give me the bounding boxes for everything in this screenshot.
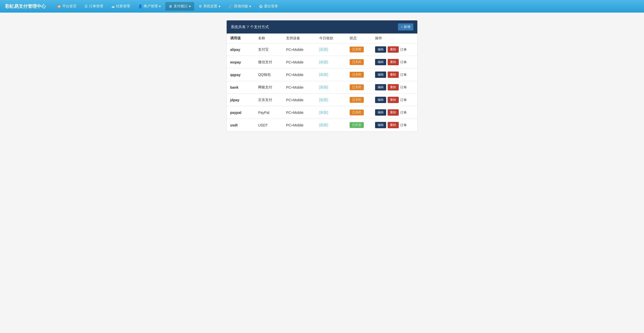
nav-link-orders[interactable]: ☰ 订单管理: [81, 2, 107, 11]
delete-button-1[interactable]: 删除: [388, 59, 399, 65]
cell-device-2: PC+Mobile: [283, 69, 315, 81]
navbar: 彩虹易支付管理中心 🏠 平台首页 ☰ 订单管理 ☁ 结算管理 👤 商户管理 ▾: [0, 0, 644, 13]
refresh-link-3[interactable]: [刷新]: [319, 85, 328, 89]
cell-today-6[interactable]: [刷新]: [316, 119, 346, 131]
delete-button-2[interactable]: 删除: [388, 72, 399, 78]
status-badge-1: 已关闭: [350, 59, 364, 65]
nav-item-other[interactable]: 🔗 其他功能 ▾: [225, 2, 255, 11]
delete-button-0[interactable]: 删除: [388, 46, 399, 53]
order-button-2[interactable]: 订单: [400, 73, 407, 77]
cell-status-6: 已开启: [346, 119, 372, 131]
payment-dropdown-icon: ▾: [189, 4, 191, 8]
delete-button-5[interactable]: 删除: [388, 109, 399, 116]
ops-group-6: 编辑 删除 订单: [375, 122, 414, 128]
refresh-link-4[interactable]: [刷新]: [319, 98, 328, 102]
nav-item-home[interactable]: 🏠 平台首页: [53, 2, 80, 11]
nav-link-payment[interactable]: 🖥 支付接口 ▾: [165, 2, 194, 11]
cell-ops-6: 编辑 删除 订单: [372, 119, 417, 131]
nav-label-other: 其他功能: [234, 4, 248, 9]
edit-button-4[interactable]: 编辑: [375, 97, 386, 103]
header-status: 状态: [346, 34, 372, 43]
cell-device-6: PC+Mobile: [283, 119, 315, 131]
refresh-link-5[interactable]: [刷新]: [319, 110, 328, 114]
cell-ops-0: 编辑 删除 订单: [372, 43, 417, 56]
nav-link-other[interactable]: 🔗 其他功能 ▾: [225, 2, 255, 11]
nav-item-logout[interactable]: ⏻ 退出登录: [256, 2, 281, 11]
other-dropdown-icon: ▾: [249, 4, 251, 8]
cell-status-0: 已关闭: [346, 43, 372, 56]
ops-group-0: 编辑 删除 订单: [375, 46, 414, 53]
ops-group-3: 编辑 删除 订单: [375, 84, 414, 90]
table-body: alipay 支付宝 PC+Mobile [刷新] 已关闭 编辑 删除 订单 w…: [227, 43, 417, 131]
cell-name-5: PayPal: [255, 106, 283, 119]
ops-group-4: 编辑 删除 订单: [375, 97, 414, 103]
cell-today-2[interactable]: [刷新]: [316, 69, 346, 81]
delete-button-3[interactable]: 删除: [388, 84, 399, 90]
nav-link-merchant[interactable]: 👤 商户管理 ▾: [135, 2, 164, 11]
nav-item-settings[interactable]: ⚙ 系统设置 ▾: [195, 2, 224, 11]
order-button-5[interactable]: 订单: [400, 110, 407, 115]
settlement-icon: ☁: [111, 4, 115, 8]
new-payment-button[interactable]: + 新增: [398, 23, 413, 30]
merchant-icon: 👤: [138, 4, 142, 8]
nav-link-settlement[interactable]: ☁ 结算管理: [108, 2, 134, 11]
cell-today-0[interactable]: [刷新]: [316, 43, 346, 56]
payment-methods-table: 调用值 名称 支持设备 今日收款 状态 操作 alipay 支付宝 PC+Mob…: [227, 34, 417, 131]
edit-button-2[interactable]: 编辑: [375, 72, 386, 78]
table-row: usdt USDT PC+Mobile [刷新] 已开启 编辑 删除 订单: [227, 119, 417, 131]
nav-link-logout[interactable]: ⏻ 退出登录: [256, 2, 281, 11]
edit-button-1[interactable]: 编辑: [375, 59, 386, 65]
cell-today-4[interactable]: [刷新]: [316, 94, 346, 106]
cell-today-1[interactable]: [刷新]: [316, 56, 346, 69]
cell-name-6: USDT: [255, 119, 283, 131]
order-button-3[interactable]: 订单: [400, 85, 407, 90]
delete-button-4[interactable]: 删除: [388, 97, 399, 103]
edit-button-6[interactable]: 编辑: [375, 122, 386, 128]
refresh-link-6[interactable]: [刷新]: [319, 123, 328, 127]
status-badge-3: 已关闭: [350, 84, 364, 90]
edit-button-0[interactable]: 编辑: [375, 46, 386, 53]
cell-key-2: qqpay: [227, 69, 255, 81]
cell-device-3: PC+Mobile: [283, 81, 315, 94]
status-badge-5: 已关闭: [350, 110, 364, 115]
payment-methods-card: 系统共有 7 个支付方式 + 新增 调用值 名称 支持设备 今日收款 状态 操作…: [226, 20, 418, 131]
order-button-4[interactable]: 订单: [400, 98, 407, 102]
card-header: 系统共有 7 个支付方式 + 新增: [227, 20, 417, 34]
ops-group-5: 编辑 删除 订单: [375, 109, 414, 116]
nav-label-logout: 退出登录: [264, 4, 278, 9]
nav-item-payment[interactable]: 🖥 支付接口 ▾: [165, 2, 194, 11]
cell-key-4: jdpay: [227, 94, 255, 106]
edit-button-5[interactable]: 编辑: [375, 109, 386, 116]
nav-link-home[interactable]: 🏠 平台首页: [53, 2, 80, 11]
status-badge-2: 已关闭: [350, 72, 364, 78]
nav-link-settings[interactable]: ⚙ 系统设置 ▾: [195, 2, 224, 11]
cell-today-5[interactable]: [刷新]: [316, 106, 346, 119]
other-icon: 🔗: [228, 4, 233, 8]
logout-icon: ⏻: [259, 4, 263, 8]
settings-dropdown-icon: ▾: [219, 4, 220, 8]
payment-icon: 🖥: [169, 4, 172, 8]
home-icon: 🏠: [57, 4, 61, 8]
refresh-link-1[interactable]: [刷新]: [319, 60, 328, 64]
refresh-link-0[interactable]: [刷新]: [319, 47, 328, 51]
header-ops: 操作: [372, 34, 417, 43]
cell-name-4: 京东支付: [255, 94, 283, 106]
refresh-link-2[interactable]: [刷新]: [319, 73, 328, 77]
table-row: alipay 支付宝 PC+Mobile [刷新] 已关闭 编辑 删除 订单: [227, 43, 417, 56]
navbar-brand: 彩虹易支付管理中心: [5, 3, 46, 9]
header-name: 名称: [255, 34, 283, 43]
order-button-1[interactable]: 订单: [400, 60, 407, 64]
status-badge-6: 已开启: [350, 122, 364, 128]
cell-today-3[interactable]: [刷新]: [316, 81, 346, 94]
edit-button-3[interactable]: 编辑: [375, 84, 386, 90]
delete-button-6[interactable]: 删除: [388, 122, 399, 128]
order-button-6[interactable]: 订单: [400, 123, 407, 127]
cell-key-6: usdt: [227, 119, 255, 131]
nav-item-orders[interactable]: ☰ 订单管理: [81, 2, 107, 11]
cell-ops-5: 编辑 删除 订单: [372, 106, 417, 119]
nav-item-merchant[interactable]: 👤 商户管理 ▾: [135, 2, 164, 11]
order-button-0[interactable]: 订单: [400, 47, 407, 52]
nav-item-settlement[interactable]: ☁ 结算管理: [108, 2, 134, 11]
cell-status-4: 已关闭: [346, 94, 372, 106]
nav-label-orders: 订单管理: [89, 4, 103, 9]
